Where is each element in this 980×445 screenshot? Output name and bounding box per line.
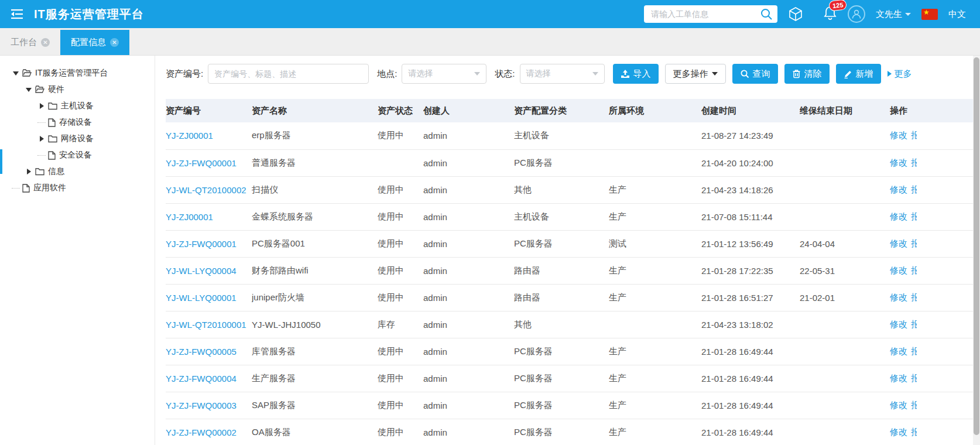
tab-配置信息[interactable]: 配置信息✕ xyxy=(60,30,129,55)
asset-id-link[interactable]: YJ-WL-QT20100002 xyxy=(166,185,246,195)
asset-id-link[interactable]: YJ-WL-QT20100001 xyxy=(166,320,246,330)
sidebar-toggle-icon[interactable] xyxy=(11,9,23,19)
actions-cell: 修改报 xyxy=(890,365,973,392)
caret-down-icon[interactable] xyxy=(25,88,33,92)
partial-action-link[interactable]: 报 xyxy=(911,427,917,438)
asset-id-link[interactable]: YJ-ZJ-FWQ00001 xyxy=(166,239,237,249)
caret-right-icon[interactable] xyxy=(25,169,33,174)
asset-id-cell: YJ-ZJ00001 xyxy=(166,203,252,230)
table-cell: 生产 xyxy=(609,176,701,203)
partial-action-link[interactable]: 报 xyxy=(911,265,917,276)
search-icon[interactable] xyxy=(760,8,773,20)
asset-id-cell: YJ-ZJ00001 xyxy=(166,122,252,149)
edit-link[interactable]: 修改 xyxy=(890,400,907,410)
tab-close-icon[interactable]: ✕ xyxy=(110,38,119,47)
location-select[interactable]: 请选择 xyxy=(402,64,486,84)
partial-action-link[interactable]: 报 xyxy=(911,158,917,169)
edit-link[interactable]: 修改 xyxy=(890,158,907,167)
edit-link[interactable]: 修改 xyxy=(890,184,907,194)
asset-no-input[interactable] xyxy=(208,64,369,84)
edit-link[interactable]: 修改 xyxy=(890,319,907,329)
partial-action-link[interactable]: 报 xyxy=(911,211,917,222)
add-button[interactable]: 新增 xyxy=(836,64,881,84)
tree-item-安全设备[interactable]: 安全设备 xyxy=(0,147,155,163)
asset-id-link[interactable]: YJ-ZJ-FWQ00004 xyxy=(166,374,237,384)
table-cell: PC服务器 xyxy=(514,365,609,392)
tree-item-硬件[interactable]: 硬件 xyxy=(0,81,155,98)
partial-action-link[interactable]: 报 xyxy=(911,346,917,357)
partial-action-link[interactable]: 报 xyxy=(911,130,917,141)
tab-bar: 工作台✕配置信息✕ xyxy=(0,28,980,56)
edit-link[interactable]: 修改 xyxy=(890,211,907,221)
import-button[interactable]: 导入 xyxy=(613,64,659,84)
query-button[interactable]: 查询 xyxy=(732,64,778,84)
caret-right-icon[interactable] xyxy=(37,136,46,142)
table-cell: 21-01-28 16:49:44 xyxy=(701,365,800,392)
vertical-scrollbar[interactable] xyxy=(973,56,980,445)
partial-action-link[interactable]: 报 xyxy=(911,319,917,330)
caret-down-icon[interactable] xyxy=(12,71,20,76)
partial-action-link[interactable]: 报 xyxy=(911,400,917,411)
edit-link[interactable]: 修改 xyxy=(890,238,907,248)
asset-id-link[interactable]: YJ-ZJ-FWQ00002 xyxy=(166,427,237,437)
table-cell: 21-08-27 14:23:49 xyxy=(701,122,800,149)
caret-right-icon[interactable] xyxy=(37,103,46,109)
search-input[interactable] xyxy=(644,5,777,23)
edit-link[interactable]: 修改 xyxy=(890,130,907,140)
partial-action-link[interactable]: 报 xyxy=(911,292,917,303)
table-cell: admin xyxy=(423,176,514,203)
table-cell xyxy=(800,122,890,149)
avatar[interactable] xyxy=(848,5,865,23)
table-cell: PC服务器 xyxy=(514,230,609,257)
table-cell: 路由器 xyxy=(514,284,609,311)
partial-action-link[interactable]: 报 xyxy=(911,373,917,384)
table-cell: 22-05-31 xyxy=(800,257,890,284)
user-menu[interactable]: 文先生 xyxy=(876,9,911,20)
asset-id-link[interactable]: YJ-WL-LYQ00001 xyxy=(166,293,237,303)
folder-icon xyxy=(35,167,44,176)
table-cell: 21-01-12 13:56:49 xyxy=(701,230,800,257)
tab-工作台[interactable]: 工作台✕ xyxy=(0,30,60,55)
edit-link[interactable]: 修改 xyxy=(890,373,907,383)
main-panel: 资产编号: 地点: 请选择 状态: 请选择 导入 更多操作 查询 xyxy=(156,56,973,445)
asset-id-link[interactable]: YJ-ZJ-FWQ00003 xyxy=(166,400,237,410)
tree-item-label: 应用软件 xyxy=(33,183,66,193)
tree-item-IT服务运营管理平台[interactable]: IT服务运营管理平台 xyxy=(0,65,155,81)
table-cell xyxy=(378,149,423,176)
table-cell: 21-04-20 10:24:00 xyxy=(701,149,800,176)
partial-action-link[interactable]: 报 xyxy=(911,238,917,249)
tree-item-网络设备[interactable]: 网络设备 xyxy=(0,131,155,147)
table-cell: 测试 xyxy=(609,230,701,257)
column-header: 资产配置分类 xyxy=(514,99,609,122)
asset-id-link[interactable]: YJ-ZJ-FWQ00001 xyxy=(166,158,237,168)
edit-link[interactable]: 修改 xyxy=(890,427,907,437)
more-link[interactable]: 更多 xyxy=(888,69,912,80)
clear-button[interactable]: 清除 xyxy=(784,64,830,84)
column-header: 资产编号 xyxy=(166,99,252,122)
tree-item-应用软件[interactable]: 应用软件 xyxy=(0,180,155,196)
table-row: YJ-ZJ00001金蝶系统服务器使用中admin主机设备生产21-07-08 … xyxy=(166,203,973,230)
actions-cell: 修改报 xyxy=(890,338,973,365)
asset-id-link[interactable]: YJ-ZJ00001 xyxy=(166,131,213,141)
table-cell xyxy=(609,311,701,338)
asset-id-link[interactable]: YJ-ZJ00001 xyxy=(166,212,213,222)
cube-icon[interactable] xyxy=(788,6,803,22)
status-select[interactable]: 请选择 xyxy=(520,64,605,84)
edit-link[interactable]: 修改 xyxy=(890,346,907,356)
table-cell: PC服务器001 xyxy=(252,230,378,257)
tree-item-主机设备[interactable]: 主机设备 xyxy=(0,98,155,114)
asset-id-link[interactable]: YJ-ZJ-FWQ00005 xyxy=(166,347,237,357)
language-switch[interactable]: 中文 xyxy=(948,9,966,20)
scrollbar-thumb[interactable] xyxy=(974,57,979,435)
tree-item-信息[interactable]: 信息 xyxy=(0,163,155,180)
asset-id-link[interactable]: YJ-WL-LYQ00004 xyxy=(166,266,237,276)
more-operations-button[interactable]: 更多操作 xyxy=(665,64,726,84)
partial-action-link[interactable]: 报 xyxy=(911,184,917,196)
edit-link[interactable]: 修改 xyxy=(890,292,907,302)
tab-close-icon[interactable]: ✕ xyxy=(41,38,50,47)
edit-link[interactable]: 修改 xyxy=(890,265,907,275)
table-cell: 使用中 xyxy=(378,257,423,284)
tree-item-存储设备[interactable]: 存储设备 xyxy=(0,114,155,131)
notifications-bell[interactable]: 125 xyxy=(823,5,837,23)
file-icon xyxy=(22,184,30,193)
